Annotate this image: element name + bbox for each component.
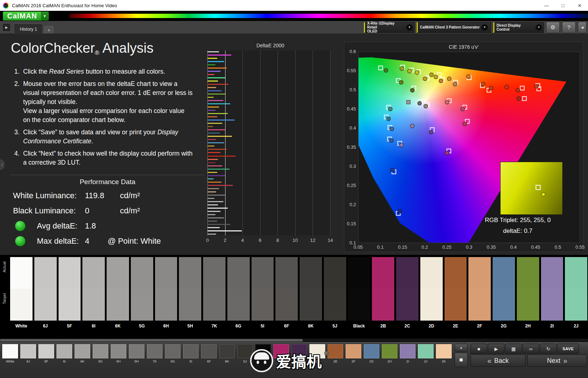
cie-measured-point[interactable] [390,168,395,172]
cie-measured-point[interactable] [389,138,394,143]
toolbar-patch-button[interactable]: 6I [56,344,73,363]
cie-measured-point[interactable] [516,96,521,101]
deltae-error-bar[interactable] [207,214,215,215]
deltae-error-bar[interactable] [207,234,216,235]
deltae-error-bar[interactable] [207,97,214,98]
play-button[interactable]: ▶ [488,344,505,354]
toolbar-patch-button[interactable]: 2G [363,344,380,363]
deltae-error-bar[interactable] [207,145,214,147]
deltae-error-bar[interactable] [207,110,215,111]
cie-target-square[interactable] [378,66,383,70]
toolbar-patch-button[interactable]: 8K [218,344,236,363]
maximize-button[interactable]: □ [555,0,571,11]
deltae-error-bar[interactable] [207,211,220,212]
cie-measured-point[interactable] [439,79,443,83]
cie-measured-point[interactable] [417,101,422,105]
loop-button[interactable]: ∞ [523,344,539,354]
deltae-error-bar[interactable] [207,126,213,127]
deltae-error-bar[interactable] [207,191,216,192]
meter-selector[interactable]: X-Rite i1Display Retail OLED ▼ [364,22,415,33]
deltae-error-bar[interactable] [207,185,233,186]
deltae-error-bar[interactable] [207,208,228,209]
deltae-error-bar[interactable] [207,156,236,157]
deltae-error-bar[interactable] [207,178,214,179]
cie-measured-point[interactable] [489,86,493,90]
deltae-error-bar[interactable] [207,55,231,56]
deltae-error-bar[interactable] [207,159,218,160]
pattern-window-button[interactable]: ■ [455,353,468,367]
deltae-error-bar[interactable] [207,87,216,88]
save-button[interactable]: SAVE [557,344,579,354]
cie-measured-point[interactable] [423,77,427,81]
stop-button[interactable]: ■ [471,344,487,354]
toolbar-patch-button[interactable]: 7K [146,344,163,363]
deltae-error-bar[interactable] [207,77,225,78]
display-control-selector[interactable]: Direct Display Control ▼ [493,22,544,33]
toolbar-patch-button[interactable]: 2K [435,344,452,363]
deltae-error-bar[interactable] [207,68,227,69]
cie-measured-point[interactable] [481,82,485,86]
cie-measured-point[interactable] [447,77,451,81]
cie-measured-point[interactable] [534,84,538,88]
deltae-error-bar[interactable] [207,51,219,52]
cie-measured-point[interactable] [434,75,438,79]
toolbar-patch-button[interactable]: 6H [110,344,127,363]
cie-measured-point[interactable] [400,66,404,71]
scrollbar-thumb[interactable] [0,339,303,342]
deltae-error-bar[interactable] [207,123,222,124]
toolbar-patch-button[interactable]: 6J [20,344,37,363]
cie-measured-point[interactable] [384,68,388,73]
deltae-error-bar[interactable] [207,84,228,85]
refresh-button[interactable]: ↻ [540,344,557,354]
next-button[interactable]: Next » [527,355,587,367]
cie-measured-point[interactable] [463,122,467,126]
cie-measured-point[interactable] [399,143,404,147]
deltae-error-bar[interactable] [207,230,242,231]
deltae-error-bar[interactable] [207,165,222,166]
deltae-error-bar[interactable] [207,139,216,140]
toolbar-patch-button[interactable]: 6F [200,344,218,363]
cie-measured-point[interactable] [399,80,403,84]
toolbar-patch-button[interactable]: 2H [381,344,398,363]
deltae-error-bar[interactable] [207,120,235,121]
deltae-error-bar[interactable] [207,227,220,228]
deltae-error-bar[interactable] [207,71,220,72]
deltae-error-bar[interactable] [207,116,217,117]
close-button[interactable]: ✕ [571,0,588,11]
expand-sidebar-button[interactable]: ▶ [2,23,11,32]
deltae-error-bar[interactable] [207,90,222,91]
toolbar-patch-button[interactable]: 5H [128,344,145,363]
deltae-error-bar[interactable] [207,94,226,95]
calman-logo-menu[interactable]: CalMAN ▼ [3,12,49,21]
cie-measured-point[interactable] [390,127,394,131]
back-button[interactable]: « Back [471,355,525,367]
toolbar-patch-button[interactable]: 2I [399,344,416,363]
pattern-generator-selector[interactable]: CalMAN Client 3 Pattern Generator ▼ [417,22,491,33]
cie-measured-point[interactable] [516,88,520,92]
cie-measured-point[interactable] [398,209,402,213]
deltae-error-bar[interactable] [207,81,218,82]
cie-measured-point[interactable] [429,130,433,134]
toolbar-patch-button[interactable]: 2J [417,344,434,363]
deltae-error-bar[interactable] [207,132,220,134]
deltae-error-bar[interactable] [207,113,228,114]
minimize-button[interactable]: — [538,0,555,11]
toolbar-patch-button[interactable]: 2E [327,344,344,363]
deltae-error-bar[interactable] [207,195,226,196]
tab-history-1[interactable]: History 1 [14,23,43,34]
cie-measured-point[interactable] [429,73,434,77]
toolbar-patch-button[interactable]: 2F [345,344,362,363]
collapse-panel-button[interactable]: ◀ [578,22,587,33]
cie-measured-point[interactable] [505,85,509,89]
deltae-error-bar[interactable] [207,100,223,101]
deltae-error-bar[interactable] [207,74,214,75]
deltae-error-bar[interactable] [207,172,217,173]
deltae-error-bar[interactable] [207,107,219,108]
deltae-error-bar[interactable] [207,182,222,183]
cie-measured-point[interactable] [407,69,412,73]
help-button[interactable]: ? [562,22,576,33]
pattern-button[interactable]: ▦ [505,344,522,354]
cie-measured-point[interactable] [386,117,391,121]
cie-target-square[interactable] [520,86,524,91]
cie-measured-point[interactable] [410,88,415,92]
